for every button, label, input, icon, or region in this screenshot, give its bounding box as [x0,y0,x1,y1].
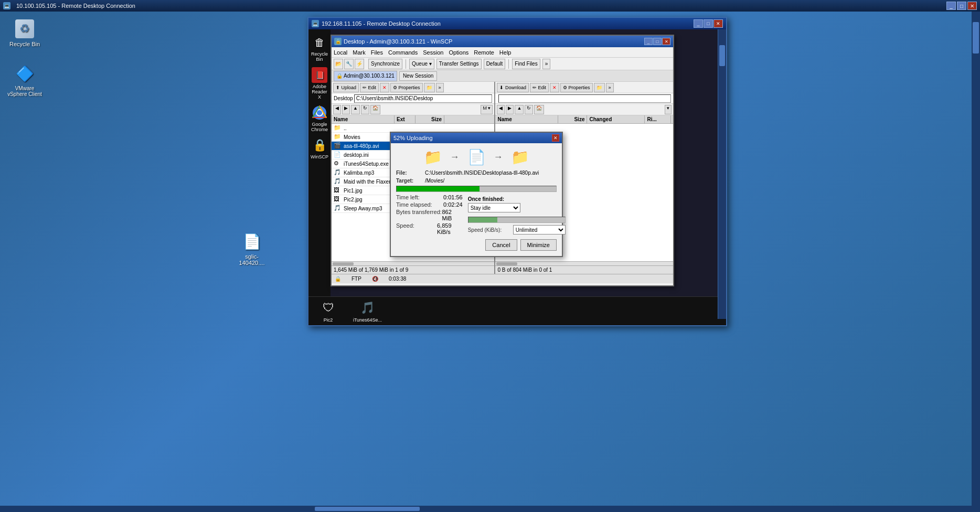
remote-edit-btn[interactable]: ✏ Edit [530,83,549,92]
target-folder-icon: 📁 [511,148,529,166]
remote-path-input[interactable] [498,94,671,103]
upload-dialog-icons: 📁 → 📄 → 📁 [396,148,557,166]
once-finished-select[interactable]: Stay idle [468,203,520,212]
outer-win-controls[interactable]: _ □ ✕ [946,2,977,10]
remote-scroll-bar[interactable] [495,261,673,265]
remote-properties-btn[interactable]: ⚙ Properties [560,83,593,92]
toolbar-synchronize[interactable]: Synchronize [368,59,402,69]
nav-back-btn[interactable]: ◀ [333,105,341,114]
session-tab-admin[interactable]: 🔒 Admin@30.100.3.121 [334,71,397,81]
nav-forward-btn[interactable]: ▶ [342,105,350,114]
menu-local[interactable]: Local [334,49,347,56]
speed-stat-value: 6,859 KiB/s [437,222,463,235]
rdp-taskbar-mcafee-pic2[interactable]: 🛡 Pic2 [314,300,343,323]
itunes-icon: 🎵 [359,300,376,316]
file-icon-parent: 📁 [334,124,342,132]
properties-btn[interactable]: ⚙ Properties [390,83,423,92]
nav-home-btn[interactable]: 🏠 [370,105,380,114]
remote-new-folder-btn[interactable]: 📁 [594,83,605,92]
local-path-input[interactable] [354,94,493,103]
upload-btn[interactable]: ⬆ Upload [333,83,359,92]
rdp-minimize-btn[interactable]: _ [694,19,703,28]
desktop-file-icon[interactable]: 📄 sglic-140420.... [233,231,270,266]
file-name-parent: .. [344,125,407,131]
rdp-win-controls[interactable]: _ □ ✕ [694,19,723,28]
rdp-close-btn[interactable]: ✕ [713,19,723,28]
time-elapsed-row: Time elapsed: 0:02:24 [396,201,463,208]
winscp-close-btn[interactable]: ✕ [662,38,670,45]
outer-vscroll[interactable] [972,12,980,506]
menu-files[interactable]: Files [371,49,383,56]
download-btn[interactable]: ⬇ Download [497,83,529,92]
more-btn-right[interactable]: » [606,83,614,92]
outer-minimize-btn[interactable]: _ [946,2,956,10]
outer-title-icon: 💻 [3,2,10,9]
upload-progress-fill [397,186,480,191]
menu-remote[interactable]: Remote [474,49,494,56]
toolbar-default[interactable]: Default [484,59,506,69]
desktop-icon-recycle-bin-outer[interactable]: Recycle Bin [6,18,43,47]
remote-nav-home[interactable]: 🏠 [534,105,544,114]
toolbar-icon-1[interactable]: 📂 [334,59,343,69]
toolbar-find-files[interactable]: Find Files [512,59,540,69]
toolbar-more[interactable]: » [542,59,551,69]
edit-btn[interactable]: ✏ Edit [360,83,379,92]
winscp-menubar: Local Mark Files Commands Session Option… [332,47,673,58]
target-value: /Movies/ [425,178,557,184]
view-toggle-btn[interactable]: M ▾ [481,105,493,114]
source-file-icon: 📄 [467,148,486,166]
local-nav-toolbar: ◀ ▶ ▲ ↻ 🏠 M ▾ [332,104,494,115]
upload-dialog-close-btn[interactable]: ✕ [552,134,559,142]
rdp-icon-winscp[interactable]: 🔒 WinSCP [310,137,329,159]
remote-nav-up[interactable]: ▲ [515,105,524,114]
rdp-maximize-btn[interactable]: □ [704,19,713,28]
once-finished-section: Once finished: Stay idle [468,196,566,212]
local-scroll-bar[interactable] [332,261,494,265]
new-session-btn[interactable]: New Session [399,71,437,81]
desktop-icon-vmware[interactable]: 🔷 VMware vSphere Client [6,63,43,97]
rdp-icon-adobe[interactable]: 📕 Adobe Reader X [310,67,329,100]
rdp-recycle-bin-label: Recycle Bin [310,51,329,62]
delete-btn[interactable]: ✕ [380,83,389,92]
toolbar-transfer-settings[interactable]: Transfer Settings [436,59,482,69]
menu-mark[interactable]: Mark [353,49,365,56]
file-icon-desktop-ini: 📄 [334,151,342,158]
svg-point-2 [317,110,322,115]
new-folder-btn[interactable]: 📁 [424,83,435,92]
winscp-minimize-btn[interactable]: _ [644,38,653,45]
outer-close-btn[interactable]: ✕ [967,2,977,10]
winscp-win-controls[interactable]: _ □ ✕ [644,38,670,45]
menu-session[interactable]: Session [423,49,443,56]
remote-delete-btn[interactable]: ✕ [550,83,559,92]
upload-stats-right: Once finished: Stay idle Speed (KiB/s): [468,194,566,236]
outer-maximize-btn[interactable]: □ [957,2,966,10]
minimize-btn[interactable]: Minimize [520,239,557,251]
menu-help[interactable]: Help [499,49,512,56]
rdp-adobe-label: Adobe Reader X [310,84,329,100]
rdp-right-scrollbar[interactable] [718,29,726,319]
upload-progress-container [396,186,557,192]
rdp-taskbar-itunes[interactable]: 🎵 iTunes64Se... [353,300,382,323]
desktop-file-img: 📄 [241,231,262,252]
outer-hscroll[interactable] [0,506,980,512]
remote-view-toggle[interactable]: ▾ [665,105,672,114]
nav-refresh-btn[interactable]: ↻ [361,105,369,114]
toolbar-queue[interactable]: Queue ▾ [409,59,434,69]
toolbar-icon-2[interactable]: 🔧 [344,59,354,69]
rdp-icon-chrome[interactable]: Google Chrome [310,105,329,132]
remote-nav-refresh[interactable]: ↻ [525,105,533,114]
speed-control-label: Speed (KiB/s): [468,227,510,233]
rdp-title-icon: 💻 [312,20,319,27]
more-btn-left[interactable]: » [436,83,444,92]
winscp-maximize-btn[interactable]: □ [653,38,662,45]
cancel-btn[interactable]: Cancel [485,239,517,251]
remote-nav-back[interactable]: ◀ [497,105,505,114]
menu-options[interactable]: Options [449,49,468,56]
nav-up-btn[interactable]: ▲ [351,105,360,114]
rdp-chrome-icon [312,105,327,121]
toolbar-icon-3[interactable]: ⚡ [355,59,364,69]
menu-commands[interactable]: Commands [388,49,418,56]
rdp-icon-recycle-bin[interactable]: 🗑 Recycle Bin [310,35,329,62]
speed-control-select[interactable]: Unlimited [513,225,566,234]
remote-nav-fwd[interactable]: ▶ [506,105,514,114]
